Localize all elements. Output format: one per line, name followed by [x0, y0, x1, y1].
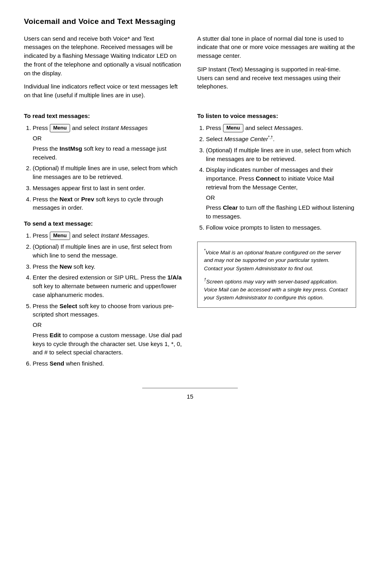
listen-voice-step1-dot: . — [302, 124, 303, 131]
read-text-step1-select: and select — [72, 124, 101, 131]
read-text-instmsg-rest: soft key to read a message just received… — [33, 145, 166, 161]
send-text-step3-post-text: soft key. — [74, 263, 96, 270]
send-text-step5-edit-pre: Press — [33, 332, 48, 338]
select-key: Select — [60, 303, 77, 309]
send-text-step4-post-text: soft key to alternate between numeric an… — [33, 283, 176, 298]
new-key: New — [60, 263, 72, 270]
note1: *Voice Mail is an optional feature confi… — [204, 248, 349, 273]
edit-key: Edit — [50, 332, 61, 338]
message-center-italic: Message Center — [224, 136, 268, 142]
listen-voice-step1: Press Menu and select Messages. — [206, 124, 356, 132]
send-text-step1-italic: Instant Messages — [101, 232, 148, 239]
send-text-step5: Press the Select soft key to choose from… — [33, 302, 183, 357]
send-text-step5-or: OR — [33, 321, 183, 329]
send-text-header: To send a text message: — [24, 219, 183, 228]
read-text-step3: Messages appear first to last in sent or… — [33, 184, 183, 193]
listen-voice-step2: Select Message Center*,†. — [206, 135, 356, 144]
read-text-step1: Press Menu and select Instant Messages O… — [33, 124, 183, 162]
read-text-instmsg-pre: Press the InstMsg soft key to read a mes… — [33, 145, 166, 161]
send-text-step5-pre: Press the — [33, 303, 58, 309]
menu-button-listen[interactable]: Menu — [223, 124, 244, 132]
listen-voice-step4-or: OR — [206, 193, 356, 202]
read-text-step2: (Optional) If multiple lines are in use,… — [33, 164, 183, 181]
read-text-header: To read text messages: — [24, 112, 183, 120]
send-text-step4-pre: Enter the desired extension or SIP URL. … — [33, 274, 166, 281]
send-text-list: Press Menu and select Instant Messages. … — [33, 231, 183, 368]
listen-voice-step1-italic: Messages — [274, 124, 301, 131]
listen-voice-step3: (Optional) If multiple lines are in use,… — [206, 146, 356, 163]
read-text-step4-pre: Press the — [33, 196, 58, 203]
send-text-step6-post-text: when finished. — [66, 360, 104, 367]
read-text-step1-press: Press — [33, 124, 48, 131]
listen-voice-step5: Follow voice prompts to listen to messag… — [206, 223, 356, 232]
send-text-step2: (Optional) If multiple lines are in use,… — [33, 242, 183, 260]
instructions-section: To read text messages: Press Menu and se… — [24, 104, 356, 372]
listen-voice-step2-post: . — [273, 136, 274, 142]
send-text-step6: Press Send when finished. — [33, 359, 183, 368]
listen-voice-list: Press Menu and select Messages. Select M… — [206, 124, 356, 232]
read-text-step4: Press the Next or Prev soft keys to cycl… — [33, 195, 183, 212]
clear-key: Clear — [223, 204, 238, 211]
message-center-super: *,† — [268, 135, 273, 140]
page-title: Voicemail and Voice and Text Messaging — [24, 16, 356, 27]
send-text-step3: Press the New soft key. — [33, 262, 183, 271]
send-text-step4: Enter the desired extension or SIP URL. … — [33, 273, 183, 299]
page-number: 15 — [187, 393, 194, 400]
intro-col-right: A stutter dial tone in place of normal d… — [197, 34, 356, 104]
page-footer: 15 — [142, 388, 238, 401]
listen-voice-step4-clear-pre: Press — [206, 204, 221, 211]
send-text-step1-dot: . — [148, 232, 149, 239]
listen-voice-header: To listen to voice messages: — [197, 112, 356, 120]
intro-col-left: Users can send and receive both Voice* a… — [24, 34, 183, 104]
send-text-step1: Press Menu and select Instant Messages. — [33, 231, 183, 240]
1aa-key: 1/A/a — [167, 274, 182, 281]
read-text-list: Press Menu and select Instant Messages O… — [33, 124, 183, 212]
send-text-step3-pre: Press the — [33, 263, 58, 270]
prev-key: Prev — [81, 196, 94, 203]
send-key: Send — [50, 360, 65, 367]
note-box: *Voice Mail is an optional feature confi… — [197, 242, 356, 308]
note1-text: Voice Mail is an optional feature config… — [204, 249, 341, 271]
read-text-or: OR — [33, 134, 183, 143]
send-text-step1-select: and select — [72, 232, 101, 239]
connect-key: Connect — [256, 175, 280, 182]
intro-right-para1: A stutter dial tone in place of normal d… — [197, 34, 356, 60]
send-text-step6-pre: Press — [33, 360, 48, 367]
left-instructions: To read text messages: Press Menu and se… — [24, 104, 183, 372]
instmsg-key: InstMsg — [60, 145, 82, 152]
listen-voice-step1-select: and select — [245, 124, 274, 131]
send-text-step1-press: Press — [33, 232, 48, 239]
right-instructions: To listen to voice messages: Press Menu … — [197, 104, 356, 372]
menu-button-read[interactable]: Menu — [50, 124, 71, 132]
intro-right-para2: SIP Instant (Text) Messaging is supporte… — [197, 65, 356, 91]
intro-left-para1: Users can send and receive both Voice* a… — [24, 34, 183, 78]
listen-voice-step4: Display indicates number of messages and… — [206, 165, 356, 221]
note2: †Screen options may vary with server-bas… — [204, 277, 349, 302]
listen-voice-step2-pre: Select — [206, 136, 223, 142]
intro-left-para2: Individual line indicators reflect voice… — [24, 82, 183, 100]
menu-button-send[interactable]: Menu — [50, 232, 71, 240]
next-key: Next — [60, 196, 73, 203]
note2-text: Screen options may vary with server-base… — [204, 278, 347, 301]
read-text-step1-italic: Instant Messages — [101, 124, 148, 131]
listen-voice-step1-press: Press — [206, 124, 221, 131]
read-text-step4-or: or — [74, 196, 81, 203]
intro-section: Users can send and receive both Voice* a… — [24, 34, 356, 104]
